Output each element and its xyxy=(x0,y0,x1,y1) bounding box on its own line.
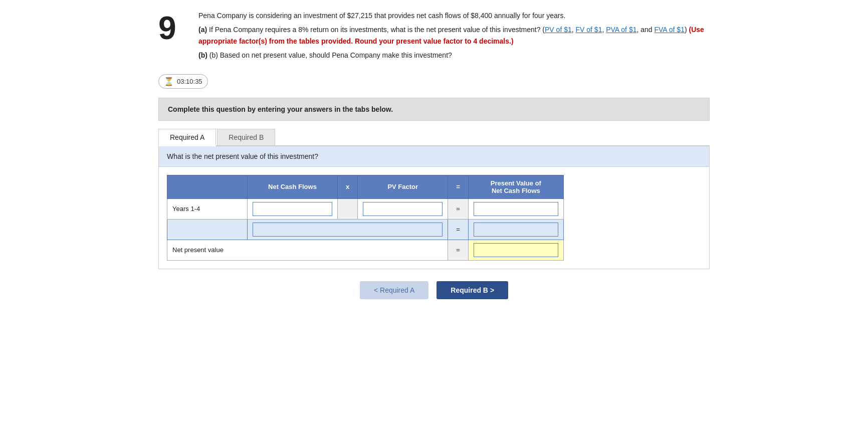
tab-required-a[interactable]: Required A xyxy=(158,129,216,146)
years-x-cell xyxy=(338,198,358,219)
th-label xyxy=(167,175,248,198)
tabs-container: Required A Required B What is the net pr… xyxy=(158,129,710,269)
blue-eq-cell: = xyxy=(448,219,469,240)
timer-value: 03:10:35 xyxy=(177,78,202,85)
question-number: 9 xyxy=(158,10,188,44)
instruction-text: Complete this question by entering your … xyxy=(168,105,393,113)
tab-required-b[interactable]: Required B xyxy=(217,129,275,145)
years-label: Years 1-4 xyxy=(167,198,248,219)
table-head: Net Cash Flows x PV Factor = Present Val… xyxy=(167,175,564,198)
prev-label: Required A xyxy=(380,286,414,294)
npv-label: Net present value xyxy=(167,240,448,260)
years-net-cash-cell xyxy=(248,198,338,219)
th-pv-net-cash-flows: Present Value ofNet Cash Flows xyxy=(468,175,563,198)
tab-required-b-label: Required B xyxy=(229,133,264,141)
npv-value-cell xyxy=(468,240,563,260)
next-label: Required B xyxy=(451,286,488,294)
th-equals: = xyxy=(448,175,469,198)
years-net-cash-input[interactable] xyxy=(253,202,332,216)
tab-a-content: What is the net present value of this in… xyxy=(158,146,710,269)
blue-pv-net-input[interactable] xyxy=(474,223,558,237)
blue-row-label xyxy=(167,219,248,240)
nav-buttons: < Required A Required B > xyxy=(158,281,710,299)
table-row: Net present value = xyxy=(167,240,564,260)
tab-a-question: What is the net present value of this in… xyxy=(159,146,709,167)
npv-eq-cell: = xyxy=(448,240,469,260)
blue-pv-net-cell xyxy=(468,219,563,240)
question-text: Pena Company is considering an investmen… xyxy=(198,10,710,64)
prev-chevron: < xyxy=(374,286,378,294)
question-part-a: (a) If Pena Company requires a 8% return… xyxy=(198,24,710,47)
years-pv-net-cell xyxy=(468,198,563,219)
table-body: Years 1-4 = xyxy=(167,198,564,260)
table-row: Years 1-4 = xyxy=(167,198,564,219)
part-b-bold-label: (b) xyxy=(198,51,207,59)
link-pv[interactable]: PV of $1 xyxy=(545,26,572,34)
tabs-header: Required A Required B xyxy=(158,129,710,146)
question-header: 9 Pena Company is considering an investm… xyxy=(158,10,710,64)
instruction-bar: Complete this question by entering your … xyxy=(158,98,710,121)
blue-row-input[interactable] xyxy=(253,223,443,237)
question-part-b: (b) (b) Based on net present value, shou… xyxy=(198,50,710,61)
npv-value-input[interactable] xyxy=(474,243,558,257)
next-button[interactable]: Required B > xyxy=(437,281,508,299)
timer-badge: ⏳ 03:10:35 xyxy=(158,74,208,89)
th-net-cash-flows: Net Cash Flows xyxy=(248,175,338,198)
timer-icon: ⏳ xyxy=(164,77,174,86)
link-pva[interactable]: PVA of $1 xyxy=(606,26,636,34)
tab-required-a-label: Required A xyxy=(170,133,204,141)
table-header-row: Net Cash Flows x PV Factor = Present Val… xyxy=(167,175,564,198)
years-pv-factor-input[interactable] xyxy=(363,202,443,216)
years-eq-cell: = xyxy=(448,198,469,219)
prev-button[interactable]: < Required A xyxy=(360,281,428,299)
years-pv-factor-cell xyxy=(358,198,448,219)
part-b-text: (b) Based on net present value, should P… xyxy=(209,51,452,59)
page-container: 9 Pena Company is considering an investm… xyxy=(158,10,710,299)
years-pv-net-input[interactable] xyxy=(474,202,558,216)
table-row: = xyxy=(167,219,564,240)
link-fv[interactable]: FV of $1 xyxy=(576,26,602,34)
part-a-bold-label: (a) xyxy=(198,26,207,34)
link-fva[interactable]: FVA of $1 xyxy=(654,26,684,34)
question-description: Pena Company is considering an investmen… xyxy=(198,10,710,21)
table-wrapper: Net Cash Flows x PV Factor = Present Val… xyxy=(159,167,709,269)
th-multiply: x xyxy=(338,175,358,198)
blue-row-wide-cell xyxy=(248,219,448,240)
next-chevron: > xyxy=(490,286,494,294)
th-pv-factor: PV Factor xyxy=(358,175,448,198)
tab-a-question-text: What is the net present value of this in… xyxy=(167,152,318,160)
calc-table: Net Cash Flows x PV Factor = Present Val… xyxy=(167,175,564,261)
